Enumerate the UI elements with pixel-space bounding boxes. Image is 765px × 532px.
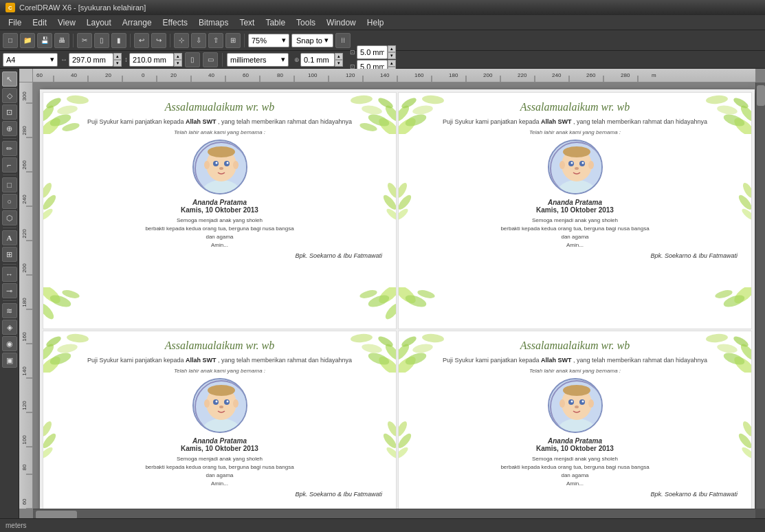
svg-point-179: [219, 406, 223, 408]
leaves-top-right-1: [341, 93, 396, 134]
card-2-intro: Puji Syukur kami panjatkan kepada Allah …: [443, 118, 707, 126]
horizontal-scrollbar[interactable]: [33, 509, 755, 518]
text-tool-btn[interactable]: A: [2, 230, 17, 245]
vscroll-thumb[interactable]: [757, 85, 765, 106]
menu-help[interactable]: Help: [362, 16, 390, 29]
card-3-name: Ananda Pratama: [192, 437, 247, 445]
baby-illustration-4: [549, 379, 603, 433]
card-2-name: Ananda Pratama: [548, 199, 602, 206]
menu-edit[interactable]: Edit: [27, 16, 52, 29]
leaves-top-left-2: [399, 93, 454, 134]
svg-point-114: [422, 95, 445, 105]
color-eyedropper-btn[interactable]: ▣: [2, 353, 17, 368]
dim1-up[interactable]: ▴: [388, 45, 396, 52]
height-input[interactable]: [129, 53, 174, 67]
save-button[interactable]: 💾: [37, 33, 52, 48]
app-icon: C: [5, 3, 15, 12]
vertical-scrollbar[interactable]: [755, 82, 765, 509]
snap-button[interactable]: Snap to ▾: [291, 34, 333, 47]
crop-tool-btn[interactable]: ⊡: [2, 104, 17, 120]
hscroll-thumb[interactable]: [36, 511, 77, 518]
page-size-chevron: ▾: [50, 55, 54, 64]
units-dropdown[interactable]: millimeters ▾: [227, 53, 289, 67]
menu-window[interactable]: Window: [321, 16, 362, 29]
polygon-tool-btn[interactable]: ⬡: [2, 210, 17, 225]
page-size-dropdown[interactable]: A4 ▾: [3, 53, 58, 67]
dimension-tool-btn[interactable]: ↔: [2, 267, 17, 282]
menu-table[interactable]: Table: [260, 16, 291, 29]
menu-arrange[interactable]: Arrange: [117, 16, 157, 29]
svg-point-90: [43, 301, 56, 321]
blend-tool-btn[interactable]: ≋: [2, 303, 17, 318]
paste-button[interactable]: ▮: [111, 33, 126, 48]
height-up[interactable]: ▴: [174, 53, 182, 60]
zoom-tool-btn[interactable]: ⊕: [2, 121, 17, 136]
outline-tool-btn[interactable]: ◉: [2, 336, 17, 351]
zoom-value: 75%: [252, 36, 267, 45]
prop-sep1: [222, 53, 223, 67]
nudge-up[interactable]: ▴: [335, 53, 343, 60]
dim1-down[interactable]: ▾: [388, 52, 396, 59]
select-all-button[interactable]: ⊹: [174, 33, 189, 48]
card-1-signature: Bpk. Soekarno & Ibu Fatmawati: [50, 252, 389, 259]
select-tool-btn[interactable]: ↖: [2, 71, 17, 87]
card-3-date: Kamis, 10 Oktober 2013: [181, 445, 258, 452]
smart-draw-btn[interactable]: ⌐: [2, 157, 17, 173]
canvas-container[interactable]: 60 40 20 0 20 40 60 80 100 120: [19, 69, 765, 518]
dim2-up[interactable]: ▴: [388, 60, 396, 67]
cut-button[interactable]: ✂: [77, 33, 92, 48]
publish-button[interactable]: ⊞: [225, 33, 241, 48]
nudge-input[interactable]: [300, 53, 335, 67]
redo-button[interactable]: ↪: [151, 33, 166, 48]
width-up[interactable]: ▴: [113, 53, 122, 60]
property-bar: A4 ▾ ↔ ▴ ▾ ↕ ▴ ▾ ▯ ▭ millimeters ▾ ⊕: [0, 51, 765, 69]
dim1-input[interactable]: [357, 45, 388, 59]
copy-button[interactable]: ▯: [94, 33, 109, 48]
freehand-tool-btn[interactable]: ✏: [2, 141, 17, 156]
tool-sep4: [3, 264, 16, 265]
menu-view[interactable]: View: [52, 16, 81, 29]
card-3: Assalamualaikum wr. wb Puji Syukur kami …: [43, 331, 397, 518]
card-3-prayer: Semoga menjadi anak yang sholeh berbakti…: [145, 455, 293, 488]
menu-layout[interactable]: Layout: [81, 16, 117, 29]
open-button[interactable]: 📁: [20, 33, 35, 48]
new-button[interactable]: □: [3, 33, 18, 48]
menu-tools[interactable]: Tools: [291, 16, 321, 29]
svg-point-188: [422, 333, 445, 344]
card-2-intro-cont: , yang telah memberikan rahmat dan hiday…: [573, 118, 707, 125]
landscape-button[interactable]: ▭: [203, 52, 218, 67]
menu-text[interactable]: Text: [234, 16, 260, 29]
ellipse-tool-btn[interactable]: ○: [2, 194, 17, 209]
card-1-intro: Puji Syukur kami panjatkan kepada Allah …: [87, 118, 352, 126]
undo-button[interactable]: ↩: [134, 33, 149, 48]
shape-tool-btn[interactable]: ◇: [2, 88, 17, 103]
svg-text:60: 60: [36, 72, 43, 78]
zoom-dropdown[interactable]: 75% ▾: [248, 34, 289, 47]
fill-tool-btn[interactable]: ◈: [2, 320, 17, 335]
table-tool-btn[interactable]: ⊞: [2, 247, 17, 262]
width-input[interactable]: [69, 53, 113, 67]
card-3-title: Assalamualaikum wr. wb: [165, 340, 275, 352]
svg-text:120: 120: [21, 401, 27, 410]
menu-bitmaps[interactable]: Bitmaps: [193, 16, 234, 29]
snap-settings-button[interactable]: ⁞⁞: [335, 33, 351, 48]
height-down[interactable]: ▾: [174, 60, 182, 67]
width-down[interactable]: ▾: [113, 60, 122, 67]
menu-effects[interactable]: Effects: [157, 16, 193, 29]
tool-sep2: [3, 175, 16, 175]
svg-text:260: 260: [21, 160, 27, 170]
import-button[interactable]: ⇩: [191, 33, 206, 48]
menu-file[interactable]: File: [3, 16, 27, 29]
connector-tool-btn[interactable]: ⊸: [2, 283, 17, 298]
svg-point-73: [67, 95, 89, 105]
svg-point-71: [56, 104, 78, 115]
leaves-top-left-3: [43, 331, 98, 373]
svg-point-216: [575, 406, 579, 408]
main-area: ↖ ◇ ⊡ ⊕ ✏ ⌐ □ ○ ⬡ A ⊞ ↔ ⊸ ≋ ◈ ◉ ▣ 60: [0, 69, 765, 518]
nudge-down[interactable]: ▾: [335, 60, 343, 67]
rectangle-tool-btn[interactable]: □: [2, 177, 17, 192]
print-button[interactable]: 🖶: [54, 33, 69, 48]
portrait-button[interactable]: ▯: [185, 52, 200, 67]
units-value: millimeters: [230, 56, 267, 64]
export-button[interactable]: ⇧: [208, 33, 223, 48]
